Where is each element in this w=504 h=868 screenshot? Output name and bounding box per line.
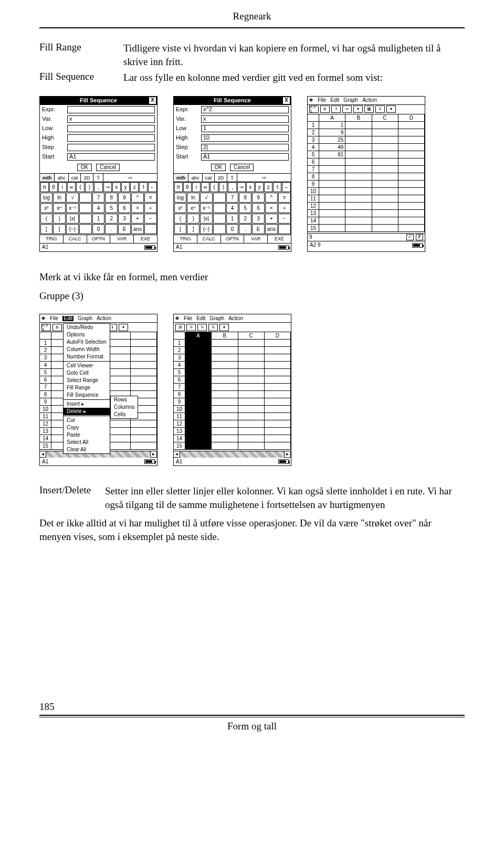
cell[interactable] bbox=[185, 376, 212, 383]
cell[interactable] bbox=[212, 442, 238, 449]
key[interactable]: 8 bbox=[239, 193, 251, 203]
submenu-item[interactable]: Rows bbox=[111, 396, 138, 404]
cell[interactable] bbox=[212, 428, 238, 435]
toolbar-button[interactable]: ═ bbox=[342, 105, 352, 113]
key[interactable]: ÷ bbox=[144, 203, 157, 213]
cell[interactable] bbox=[265, 391, 291, 398]
cell[interactable] bbox=[238, 362, 265, 368]
menu-item[interactable]: Goto Cell bbox=[64, 369, 110, 377]
key[interactable]: , bbox=[228, 182, 236, 192]
menu-item[interactable]: Paste bbox=[64, 431, 110, 439]
menu-item[interactable]: Delete ▸ bbox=[64, 408, 110, 415]
cell[interactable] bbox=[398, 195, 425, 202]
tab-arrow-icon[interactable]: ⇧ bbox=[227, 174, 237, 182]
menu-item[interactable]: Clear All bbox=[64, 446, 110, 453]
toolbar-button[interactable]: B bbox=[52, 324, 62, 331]
cell[interactable] bbox=[185, 413, 212, 420]
key[interactable]: . bbox=[105, 224, 118, 234]
field-input[interactable]: 1 bbox=[201, 125, 289, 132]
menu-graph[interactable]: Graph bbox=[78, 316, 92, 321]
key[interactable]: 1 bbox=[226, 214, 239, 224]
tab-abc[interactable]: abc bbox=[188, 174, 202, 182]
cell[interactable] bbox=[398, 188, 425, 195]
cell[interactable] bbox=[372, 181, 398, 187]
key[interactable]: − bbox=[278, 214, 291, 224]
cell[interactable] bbox=[212, 420, 238, 427]
cell[interactable] bbox=[398, 158, 425, 165]
cell[interactable] bbox=[345, 173, 372, 180]
menu-item[interactable]: Select All bbox=[64, 439, 110, 446]
x-icon[interactable]: ✗ bbox=[416, 234, 423, 240]
cell[interactable] bbox=[185, 435, 212, 442]
key[interactable] bbox=[79, 203, 92, 213]
fnkey-var[interactable]: VAR bbox=[110, 235, 134, 243]
cell[interactable] bbox=[265, 340, 291, 346]
cell[interactable] bbox=[345, 166, 372, 173]
cell[interactable] bbox=[345, 129, 372, 136]
tab-arrow-icon[interactable]: ⇨ bbox=[103, 174, 157, 182]
tab-cat[interactable]: cat bbox=[203, 174, 215, 182]
cell[interactable] bbox=[398, 136, 425, 143]
cell[interactable] bbox=[372, 217, 398, 224]
key[interactable]: i bbox=[58, 182, 67, 192]
key[interactable]: 5 bbox=[105, 203, 118, 213]
cell[interactable] bbox=[265, 354, 291, 361]
cell[interactable] bbox=[265, 435, 291, 442]
key[interactable]: ) bbox=[85, 182, 93, 192]
field-input[interactable]: x bbox=[67, 115, 155, 123]
cell[interactable] bbox=[398, 173, 425, 180]
cell[interactable] bbox=[398, 129, 425, 136]
cell[interactable] bbox=[238, 354, 265, 361]
cell[interactable] bbox=[212, 398, 238, 405]
key[interactable]: 9 bbox=[118, 193, 131, 203]
key[interactable]: − bbox=[144, 214, 157, 224]
key[interactable]: = bbox=[278, 193, 291, 203]
key[interactable]: x² bbox=[174, 203, 187, 213]
cell[interactable] bbox=[265, 442, 291, 449]
cell[interactable] bbox=[212, 362, 238, 368]
cell[interactable] bbox=[345, 195, 372, 202]
key[interactable]: + bbox=[265, 214, 278, 224]
key[interactable]: 8 bbox=[105, 193, 118, 203]
cell[interactable] bbox=[212, 376, 238, 383]
cell[interactable] bbox=[398, 166, 425, 173]
cell[interactable] bbox=[265, 413, 291, 420]
key[interactable]: ∞ bbox=[67, 182, 76, 192]
cell[interactable] bbox=[131, 442, 157, 449]
close-icon[interactable]: X bbox=[149, 97, 156, 104]
cell[interactable] bbox=[319, 210, 345, 217]
cell[interactable]: 1 bbox=[319, 122, 345, 129]
cell[interactable] bbox=[212, 354, 238, 361]
tab-arrow-icon[interactable]: ⇧ bbox=[93, 174, 103, 182]
cell[interactable] bbox=[319, 225, 345, 231]
key[interactable]: × bbox=[131, 203, 144, 213]
close-icon[interactable]: X bbox=[283, 97, 290, 104]
cell[interactable] bbox=[372, 195, 398, 202]
key[interactable]: log bbox=[40, 193, 53, 203]
key[interactable]: x bbox=[112, 182, 121, 192]
fnkey-exe[interactable]: EXE bbox=[134, 235, 157, 243]
key[interactable]: t bbox=[139, 182, 148, 192]
cell[interactable] bbox=[238, 369, 265, 376]
toolbar-button[interactable]: 0.5 1 bbox=[309, 105, 319, 113]
menu-file[interactable]: File bbox=[50, 316, 58, 321]
ok-button[interactable]: OK bbox=[211, 164, 226, 171]
cell[interactable] bbox=[319, 166, 345, 173]
menu-graph[interactable]: Graph bbox=[209, 316, 224, 321]
fnkey-trig[interactable]: TRIG bbox=[40, 235, 64, 243]
key[interactable]: √ bbox=[66, 193, 79, 203]
cell[interactable] bbox=[265, 369, 291, 376]
key[interactable]: ] bbox=[187, 224, 200, 234]
menu-action[interactable]: Action bbox=[228, 316, 243, 321]
cell[interactable] bbox=[319, 181, 345, 187]
key[interactable]: z bbox=[264, 182, 272, 192]
delete-submenu[interactable]: RowsColumnsCells bbox=[110, 396, 138, 419]
toolbar-button[interactable]: ▦ bbox=[364, 105, 374, 113]
key[interactable]: π bbox=[174, 182, 183, 192]
field-input[interactable] bbox=[67, 125, 155, 132]
ok-button[interactable]: OK bbox=[77, 164, 92, 171]
cell[interactable] bbox=[185, 406, 212, 412]
menu-item[interactable]: Select Range bbox=[64, 377, 110, 384]
toolbar-button[interactable]: ▾ bbox=[119, 324, 128, 331]
toolbar-button[interactable]: 0.5 1 bbox=[41, 324, 51, 331]
